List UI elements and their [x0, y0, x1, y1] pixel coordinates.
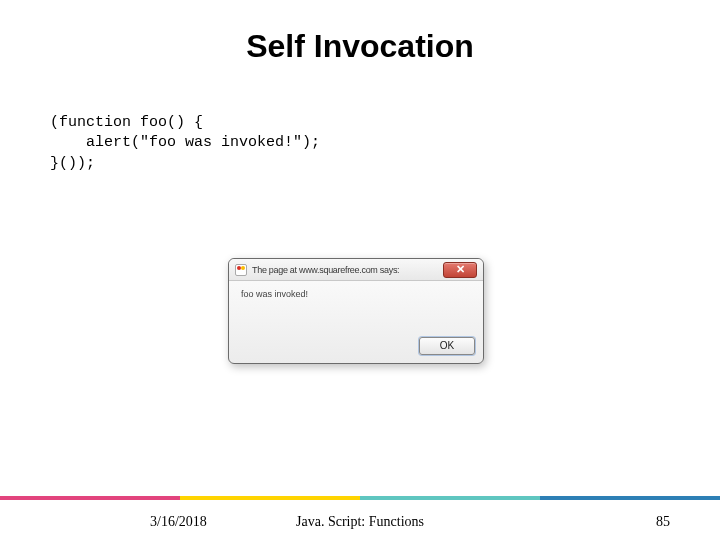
dialog-title-text: The page at www.squarefree.com says: [252, 265, 443, 275]
divider-bar [0, 496, 720, 500]
footer-date: 3/16/2018 [150, 514, 207, 530]
dialog-footer: OK [229, 337, 483, 361]
dialog-message: foo was invoked! [229, 281, 483, 337]
dialog-titlebar: The page at www.squarefree.com says: ✕ [229, 259, 483, 281]
ok-button[interactable]: OK [419, 337, 475, 355]
footer-topic: Java. Script: Functions [0, 514, 720, 530]
chrome-icon [235, 264, 247, 276]
footer-page-number: 85 [656, 514, 670, 530]
close-button[interactable]: ✕ [443, 262, 477, 278]
slide-title: Self Invocation [0, 28, 720, 65]
slide-footer: 3/16/2018 Java. Script: Functions 85 [0, 504, 720, 540]
alert-dialog: The page at www.squarefree.com says: ✕ f… [228, 258, 484, 364]
code-snippet: (function foo() { alert("foo was invoked… [50, 113, 720, 174]
